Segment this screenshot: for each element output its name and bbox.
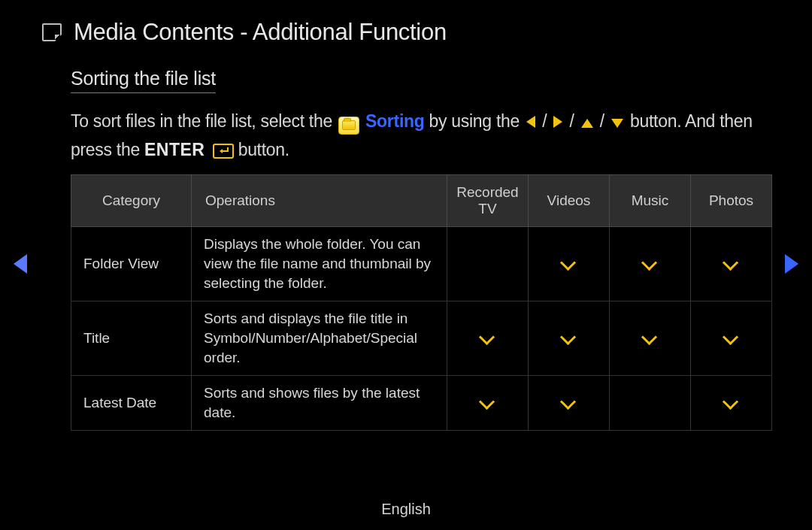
header-operations: Operations — [192, 175, 447, 227]
folder-icon — [338, 117, 359, 135]
sorting-table-wrap: Category Operations Recorded TV Videos M… — [71, 174, 770, 431]
support-cell-videos — [529, 301, 610, 376]
dpad-right-icon — [553, 116, 562, 128]
support-cell-music — [610, 227, 691, 301]
header-category: Category — [71, 175, 192, 227]
enter-button-icon — [213, 144, 234, 159]
dpad-left-icon — [526, 116, 535, 128]
category-cell[interactable]: Title — [71, 301, 192, 376]
check-chevron-icon — [562, 399, 576, 407]
support-cell-photos — [691, 376, 772, 431]
check-chevron-icon — [725, 399, 738, 407]
header-videos: Videos — [529, 175, 610, 227]
header-recorded-tv: Recorded TV — [447, 175, 529, 227]
manual-page-icon — [42, 23, 62, 41]
check-chevron-icon — [562, 260, 576, 268]
category-cell[interactable]: Latest Date — [71, 376, 192, 431]
check-chevron-icon — [725, 335, 738, 343]
intro-text-4: button. — [238, 140, 289, 159]
category-cell[interactable]: Folder View — [71, 227, 192, 301]
enter-label: ENTER — [144, 140, 205, 159]
check-chevron-icon — [562, 335, 576, 343]
header-photos: Photos — [691, 175, 772, 227]
support-cell-music — [610, 301, 691, 376]
table-header-row: Category Operations Recorded TV Videos M… — [71, 175, 772, 227]
support-cell-recorded_tv — [447, 227, 529, 301]
header-music: Music — [610, 175, 691, 227]
check-chevron-icon — [644, 260, 657, 268]
support-cell-music — [610, 376, 691, 431]
dpad-up-icon — [581, 119, 593, 128]
check-chevron-icon — [481, 335, 495, 343]
operations-cell: Sorts and displays the file title in Sym… — [192, 301, 447, 376]
section-heading: Sorting the file list — [71, 68, 216, 93]
slash-3: / — [600, 111, 609, 131]
dpad-down-icon — [611, 119, 623, 128]
page-nav-prev[interactable] — [14, 254, 27, 274]
intro-text-1: To sort files in the file list, select t… — [71, 111, 337, 131]
support-cell-videos — [529, 227, 610, 301]
sorting-table: Category Operations Recorded TV Videos M… — [71, 174, 772, 431]
operations-cell: Sorts and shows files by the latest date… — [192, 376, 447, 431]
page-nav-next[interactable] — [785, 254, 798, 274]
operations-cell: Displays the whole folder. You can view … — [192, 227, 447, 301]
check-chevron-icon — [725, 260, 738, 268]
support-cell-recorded_tv — [447, 301, 529, 376]
intro-text-2: by using the — [429, 111, 525, 131]
sorting-label: Sorting — [365, 111, 424, 131]
check-chevron-icon — [644, 335, 657, 343]
table-row: Latest DateSorts and shows files by the … — [71, 376, 772, 431]
intro-paragraph: To sort files in the file list, select t… — [71, 107, 767, 164]
support-cell-videos — [529, 376, 610, 431]
check-chevron-icon — [481, 399, 495, 407]
support-cell-photos — [691, 227, 772, 301]
page-title-row: Media Contents - Additional Function — [42, 19, 447, 46]
support-cell-recorded_tv — [447, 376, 529, 431]
support-cell-photos — [691, 301, 772, 376]
table-row: TitleSorts and displays the file title i… — [71, 301, 772, 376]
slash-1: / — [542, 111, 551, 131]
slash-2: / — [569, 111, 578, 131]
manual-page: Media Contents - Additional Function Sor… — [0, 0, 812, 530]
footer-language: English — [0, 501, 812, 518]
page-title: Media Contents - Additional Function — [74, 19, 447, 46]
table-row: Folder ViewDisplays the whole folder. Yo… — [71, 227, 772, 301]
